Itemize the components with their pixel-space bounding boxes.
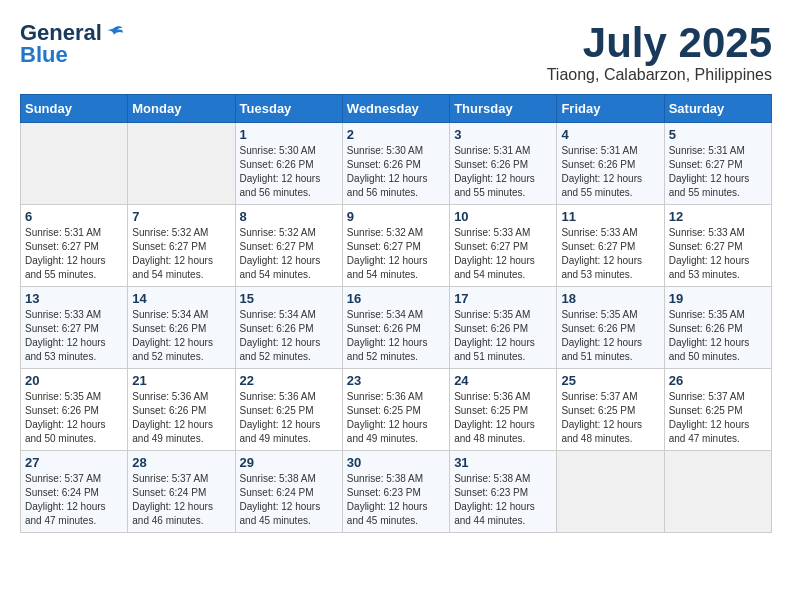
day-info: Sunrise: 5:30 AMSunset: 6:26 PMDaylight:… bbox=[240, 144, 338, 200]
calendar-cell: 23Sunrise: 5:36 AMSunset: 6:25 PMDayligh… bbox=[342, 369, 449, 451]
calendar-cell: 28Sunrise: 5:37 AMSunset: 6:24 PMDayligh… bbox=[128, 451, 235, 533]
day-number: 16 bbox=[347, 291, 445, 306]
day-info: Sunrise: 5:35 AMSunset: 6:26 PMDaylight:… bbox=[561, 308, 659, 364]
calendar-cell: 17Sunrise: 5:35 AMSunset: 6:26 PMDayligh… bbox=[450, 287, 557, 369]
day-info: Sunrise: 5:37 AMSunset: 6:24 PMDaylight:… bbox=[132, 472, 230, 528]
day-info: Sunrise: 5:30 AMSunset: 6:26 PMDaylight:… bbox=[347, 144, 445, 200]
day-number: 17 bbox=[454, 291, 552, 306]
title-block: July 2025 Tiaong, Calabarzon, Philippine… bbox=[547, 20, 772, 84]
calendar-week-row: 6Sunrise: 5:31 AMSunset: 6:27 PMDaylight… bbox=[21, 205, 772, 287]
calendar-cell: 14Sunrise: 5:34 AMSunset: 6:26 PMDayligh… bbox=[128, 287, 235, 369]
calendar-cell: 30Sunrise: 5:38 AMSunset: 6:23 PMDayligh… bbox=[342, 451, 449, 533]
calendar-cell: 7Sunrise: 5:32 AMSunset: 6:27 PMDaylight… bbox=[128, 205, 235, 287]
weekday-header-row: SundayMondayTuesdayWednesdayThursdayFrid… bbox=[21, 95, 772, 123]
month-title: July 2025 bbox=[547, 20, 772, 66]
day-info: Sunrise: 5:35 AMSunset: 6:26 PMDaylight:… bbox=[454, 308, 552, 364]
day-info: Sunrise: 5:34 AMSunset: 6:26 PMDaylight:… bbox=[132, 308, 230, 364]
day-number: 19 bbox=[669, 291, 767, 306]
day-info: Sunrise: 5:33 AMSunset: 6:27 PMDaylight:… bbox=[454, 226, 552, 282]
weekday-header: Wednesday bbox=[342, 95, 449, 123]
weekday-header: Friday bbox=[557, 95, 664, 123]
day-info: Sunrise: 5:35 AMSunset: 6:26 PMDaylight:… bbox=[669, 308, 767, 364]
day-info: Sunrise: 5:38 AMSunset: 6:23 PMDaylight:… bbox=[347, 472, 445, 528]
day-info: Sunrise: 5:33 AMSunset: 6:27 PMDaylight:… bbox=[561, 226, 659, 282]
day-number: 13 bbox=[25, 291, 123, 306]
day-info: Sunrise: 5:36 AMSunset: 6:25 PMDaylight:… bbox=[454, 390, 552, 446]
day-info: Sunrise: 5:33 AMSunset: 6:27 PMDaylight:… bbox=[25, 308, 123, 364]
day-info: Sunrise: 5:31 AMSunset: 6:26 PMDaylight:… bbox=[561, 144, 659, 200]
day-number: 10 bbox=[454, 209, 552, 224]
calendar-week-row: 1Sunrise: 5:30 AMSunset: 6:26 PMDaylight… bbox=[21, 123, 772, 205]
day-info: Sunrise: 5:31 AMSunset: 6:27 PMDaylight:… bbox=[669, 144, 767, 200]
day-info: Sunrise: 5:33 AMSunset: 6:27 PMDaylight:… bbox=[669, 226, 767, 282]
day-number: 22 bbox=[240, 373, 338, 388]
day-info: Sunrise: 5:38 AMSunset: 6:23 PMDaylight:… bbox=[454, 472, 552, 528]
calendar-cell: 25Sunrise: 5:37 AMSunset: 6:25 PMDayligh… bbox=[557, 369, 664, 451]
calendar-cell: 4Sunrise: 5:31 AMSunset: 6:26 PMDaylight… bbox=[557, 123, 664, 205]
day-info: Sunrise: 5:36 AMSunset: 6:26 PMDaylight:… bbox=[132, 390, 230, 446]
calendar-week-row: 20Sunrise: 5:35 AMSunset: 6:26 PMDayligh… bbox=[21, 369, 772, 451]
calendar-cell: 10Sunrise: 5:33 AMSunset: 6:27 PMDayligh… bbox=[450, 205, 557, 287]
day-number: 31 bbox=[454, 455, 552, 470]
day-number: 14 bbox=[132, 291, 230, 306]
calendar-cell: 1Sunrise: 5:30 AMSunset: 6:26 PMDaylight… bbox=[235, 123, 342, 205]
calendar-cell bbox=[664, 451, 771, 533]
calendar-cell: 11Sunrise: 5:33 AMSunset: 6:27 PMDayligh… bbox=[557, 205, 664, 287]
logo-bird-icon bbox=[104, 23, 124, 43]
day-number: 18 bbox=[561, 291, 659, 306]
day-number: 25 bbox=[561, 373, 659, 388]
day-number: 24 bbox=[454, 373, 552, 388]
day-number: 6 bbox=[25, 209, 123, 224]
day-number: 20 bbox=[25, 373, 123, 388]
day-number: 26 bbox=[669, 373, 767, 388]
day-number: 21 bbox=[132, 373, 230, 388]
day-info: Sunrise: 5:34 AMSunset: 6:26 PMDaylight:… bbox=[347, 308, 445, 364]
calendar-week-row: 27Sunrise: 5:37 AMSunset: 6:24 PMDayligh… bbox=[21, 451, 772, 533]
day-number: 15 bbox=[240, 291, 338, 306]
day-info: Sunrise: 5:35 AMSunset: 6:26 PMDaylight:… bbox=[25, 390, 123, 446]
day-info: Sunrise: 5:37 AMSunset: 6:24 PMDaylight:… bbox=[25, 472, 123, 528]
calendar-cell: 19Sunrise: 5:35 AMSunset: 6:26 PMDayligh… bbox=[664, 287, 771, 369]
day-info: Sunrise: 5:32 AMSunset: 6:27 PMDaylight:… bbox=[347, 226, 445, 282]
page-header: General Blue July 2025 Tiaong, Calabarzo… bbox=[20, 20, 772, 84]
logo: General Blue bbox=[20, 20, 124, 68]
day-number: 5 bbox=[669, 127, 767, 142]
calendar-cell: 15Sunrise: 5:34 AMSunset: 6:26 PMDayligh… bbox=[235, 287, 342, 369]
day-number: 23 bbox=[347, 373, 445, 388]
calendar-cell: 3Sunrise: 5:31 AMSunset: 6:26 PMDaylight… bbox=[450, 123, 557, 205]
calendar-cell: 16Sunrise: 5:34 AMSunset: 6:26 PMDayligh… bbox=[342, 287, 449, 369]
day-number: 7 bbox=[132, 209, 230, 224]
calendar-cell: 9Sunrise: 5:32 AMSunset: 6:27 PMDaylight… bbox=[342, 205, 449, 287]
calendar-cell: 8Sunrise: 5:32 AMSunset: 6:27 PMDaylight… bbox=[235, 205, 342, 287]
weekday-header: Saturday bbox=[664, 95, 771, 123]
day-info: Sunrise: 5:37 AMSunset: 6:25 PMDaylight:… bbox=[561, 390, 659, 446]
day-number: 9 bbox=[347, 209, 445, 224]
day-number: 2 bbox=[347, 127, 445, 142]
calendar-cell: 27Sunrise: 5:37 AMSunset: 6:24 PMDayligh… bbox=[21, 451, 128, 533]
calendar-cell: 24Sunrise: 5:36 AMSunset: 6:25 PMDayligh… bbox=[450, 369, 557, 451]
day-number: 11 bbox=[561, 209, 659, 224]
day-number: 1 bbox=[240, 127, 338, 142]
day-info: Sunrise: 5:38 AMSunset: 6:24 PMDaylight:… bbox=[240, 472, 338, 528]
day-number: 4 bbox=[561, 127, 659, 142]
calendar-cell bbox=[557, 451, 664, 533]
day-info: Sunrise: 5:31 AMSunset: 6:27 PMDaylight:… bbox=[25, 226, 123, 282]
calendar-cell: 29Sunrise: 5:38 AMSunset: 6:24 PMDayligh… bbox=[235, 451, 342, 533]
day-number: 29 bbox=[240, 455, 338, 470]
day-number: 3 bbox=[454, 127, 552, 142]
day-number: 27 bbox=[25, 455, 123, 470]
weekday-header: Sunday bbox=[21, 95, 128, 123]
weekday-header: Thursday bbox=[450, 95, 557, 123]
day-info: Sunrise: 5:32 AMSunset: 6:27 PMDaylight:… bbox=[132, 226, 230, 282]
day-number: 12 bbox=[669, 209, 767, 224]
calendar-cell: 18Sunrise: 5:35 AMSunset: 6:26 PMDayligh… bbox=[557, 287, 664, 369]
calendar-cell: 12Sunrise: 5:33 AMSunset: 6:27 PMDayligh… bbox=[664, 205, 771, 287]
day-info: Sunrise: 5:37 AMSunset: 6:25 PMDaylight:… bbox=[669, 390, 767, 446]
location: Tiaong, Calabarzon, Philippines bbox=[547, 66, 772, 84]
logo-blue: Blue bbox=[20, 42, 68, 68]
weekday-header: Tuesday bbox=[235, 95, 342, 123]
day-info: Sunrise: 5:36 AMSunset: 6:25 PMDaylight:… bbox=[240, 390, 338, 446]
calendar-week-row: 13Sunrise: 5:33 AMSunset: 6:27 PMDayligh… bbox=[21, 287, 772, 369]
calendar-cell: 6Sunrise: 5:31 AMSunset: 6:27 PMDaylight… bbox=[21, 205, 128, 287]
day-info: Sunrise: 5:34 AMSunset: 6:26 PMDaylight:… bbox=[240, 308, 338, 364]
